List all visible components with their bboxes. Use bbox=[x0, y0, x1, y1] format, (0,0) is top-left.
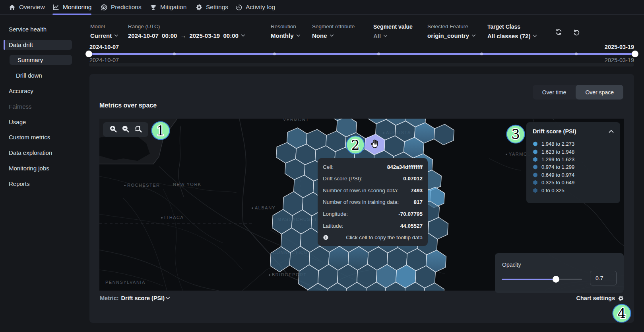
filter-value-text: All classes (72) bbox=[487, 33, 530, 39]
chevron-up-icon[interactable] bbox=[609, 130, 614, 133]
undo-button[interactable] bbox=[573, 29, 580, 37]
timeline-start-date: 2024-10-07 bbox=[89, 44, 119, 50]
svg-text:3: 3 bbox=[511, 126, 520, 142]
nav-item-predictions[interactable]: Predictions bbox=[101, 0, 142, 14]
chart-settings-label: Chart settings bbox=[576, 295, 615, 301]
nav-item-home[interactable] bbox=[9, 0, 16, 14]
zoom-reset-button[interactable] bbox=[134, 125, 142, 134]
view-toggle: Over timeOver space bbox=[533, 85, 623, 100]
nav-item-monitoring[interactable]: Monitoring bbox=[52, 0, 91, 14]
opacity-slider[interactable] bbox=[502, 279, 582, 280]
legend-hex-swatch bbox=[533, 141, 538, 146]
filter-label: Model bbox=[90, 23, 118, 29]
toggle-over-time[interactable]: Over time bbox=[533, 85, 576, 100]
legend-hex-swatch bbox=[533, 149, 538, 154]
annotation-badge-1: 1 bbox=[150, 120, 171, 141]
nav-item-label: Mitigation bbox=[160, 4, 186, 11]
sidebar-item-label: Monitoring jobs bbox=[9, 165, 49, 172]
refresh-button[interactable] bbox=[555, 29, 562, 37]
legend-item-label: 1.299 to 1.623 bbox=[541, 156, 574, 162]
tooltip-value: 0.07012 bbox=[403, 176, 423, 182]
legend-hex-swatch bbox=[533, 180, 538, 185]
timeline-tick bbox=[480, 53, 483, 55]
nav-item-settings[interactable]: Settings bbox=[196, 0, 228, 14]
filter-value-text: Monthly bbox=[271, 32, 294, 39]
timeline-end-handle[interactable] bbox=[632, 51, 638, 57]
sidebar-item-service-health[interactable]: Service health bbox=[4, 24, 72, 34]
timeline-track[interactable] bbox=[89, 53, 635, 55]
sidebar-item-fairness[interactable]: Fairness bbox=[4, 102, 72, 111]
sidebar-item-data-drift[interactable]: Data drift bbox=[4, 40, 72, 50]
sidebar-item-label: Data exploration bbox=[9, 149, 52, 156]
chart-icon bbox=[52, 4, 59, 11]
legend-item-label: 0.974 to 1.299 bbox=[541, 164, 574, 170]
tooltip-footer-text: Click cell to copy the tooltip data bbox=[346, 234, 423, 240]
sidebar-item-label: Usage bbox=[9, 119, 26, 125]
hex-cell[interactable] bbox=[434, 124, 454, 145]
toggle-over-space[interactable]: Over space bbox=[576, 85, 623, 100]
metric-selector[interactable]: Metric: Drift score (PSI) bbox=[100, 295, 170, 301]
tooltip-value: -70.07795 bbox=[398, 211, 423, 217]
nav-item-label: Monitoring bbox=[63, 4, 91, 11]
top-navbar: OverviewMonitoringPredictionsMitigationS… bbox=[0, 0, 644, 15]
chart-settings-button[interactable]: Chart settings bbox=[576, 295, 624, 301]
main-panel: Over timeOver space Metrics over space V… bbox=[89, 74, 634, 323]
filter-label: Resolution bbox=[271, 23, 301, 29]
timeline-tick bbox=[173, 53, 176, 55]
opacity-slider-handle[interactable] bbox=[553, 276, 559, 283]
tooltip-row: Cell:842a34dffffffff bbox=[323, 162, 423, 172]
sidebar-item-label: Data drift bbox=[9, 41, 33, 48]
tooltip-label: Latitude: bbox=[323, 223, 343, 229]
filter-value-text: All bbox=[373, 33, 381, 39]
filter-segment-value: Segment valueAll bbox=[373, 23, 413, 39]
timeline-end-date-compare: 2025-03-19 bbox=[605, 57, 634, 63]
timeline-tick bbox=[273, 53, 276, 55]
chevron-down-icon bbox=[114, 34, 118, 37]
zoom-reset-icon bbox=[134, 125, 142, 133]
nav-item-label: Settings bbox=[206, 4, 228, 11]
opacity-value-input[interactable]: 0.7 bbox=[590, 271, 617, 285]
filter-value-text: 2024-10-07 00:00 bbox=[128, 32, 177, 39]
svg-text:4: 4 bbox=[617, 305, 626, 321]
nav-item-overview[interactable]: Overview bbox=[19, 0, 45, 14]
sidebar: Service healthData driftSummaryDrill dow… bbox=[0, 15, 83, 332]
sidebar-item-usage[interactable]: Usage bbox=[4, 117, 72, 127]
filter-value-dropdown[interactable]: All classes (72) bbox=[487, 33, 537, 39]
nav-item-mitigation[interactable]: Mitigation bbox=[150, 0, 186, 14]
chevron-down-icon bbox=[241, 34, 245, 37]
legend-title: Drift score (PSI) bbox=[533, 128, 576, 135]
chevron-down-icon bbox=[471, 34, 476, 37]
legend-hex-swatch bbox=[533, 188, 538, 193]
timeline: 2024-10-07 2025-03-19 2024-10-07 2025-03… bbox=[83, 47, 644, 70]
sidebar-item-summary[interactable]: Summary bbox=[10, 55, 72, 65]
tooltip-label: Drift score (PSI): bbox=[323, 176, 363, 182]
filter-resolution: ResolutionMonthly bbox=[271, 23, 301, 39]
nav-item-activity-log[interactable]: Activity log bbox=[235, 0, 275, 14]
filter-value-dropdown[interactable]: Monthly bbox=[271, 32, 301, 39]
legend-item: 1.623 to 1.948 bbox=[533, 148, 614, 155]
legend-item-label: 0 to 0.325 bbox=[541, 187, 564, 193]
filter-value-dropdown[interactable]: 2024-10-07 00:00→2025-03-19 00:00 bbox=[128, 32, 245, 39]
filter-value-dropdown[interactable]: Current bbox=[90, 32, 118, 39]
sidebar-item-label: Accuracy bbox=[9, 88, 33, 94]
sidebar-item-drill-down[interactable]: Drill down bbox=[10, 70, 72, 80]
zoom-in-button[interactable] bbox=[109, 125, 117, 134]
panel-title: Metrics over space bbox=[99, 102, 157, 109]
filter-value-dropdown[interactable]: None bbox=[312, 32, 355, 39]
zoom-out-button[interactable] bbox=[122, 125, 129, 134]
chevron-down-icon bbox=[533, 35, 537, 37]
zoom-out-icon bbox=[122, 125, 129, 133]
sidebar-item-monitoring-jobs[interactable]: Monitoring jobs bbox=[4, 163, 72, 173]
sidebar-item-accuracy[interactable]: Accuracy bbox=[4, 86, 72, 96]
sidebar-item-custom-metrics[interactable]: Custom metrics bbox=[4, 132, 72, 142]
target-icon bbox=[101, 4, 107, 11]
sidebar-item-data-exploration[interactable]: Data exploration bbox=[4, 148, 72, 158]
sidebar-item-label: Service health bbox=[9, 26, 47, 33]
map-legend: Drift score (PSI) 1.948 to 2.2731.623 to… bbox=[526, 122, 620, 203]
filter-value-dropdown[interactable]: All bbox=[373, 33, 413, 39]
sidebar-item-label: Summary bbox=[17, 57, 43, 63]
timeline-start-handle[interactable] bbox=[85, 51, 92, 57]
sidebar-item-reports[interactable]: Reports bbox=[4, 179, 72, 189]
filter-value-dropdown[interactable]: origin_country bbox=[427, 32, 476, 39]
hex-cell[interactable] bbox=[270, 246, 291, 272]
